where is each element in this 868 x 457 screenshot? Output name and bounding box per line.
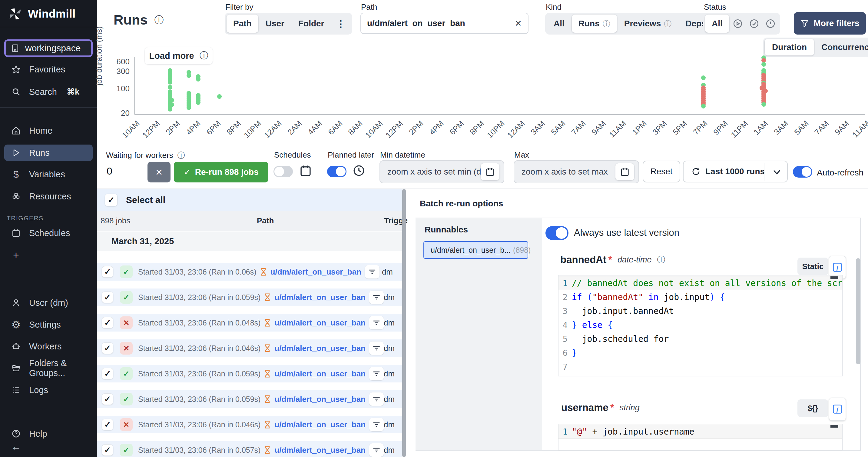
workspace-switcher[interactable]: workingspace [4, 39, 93, 57]
select-all-checkbox[interactable]: ✓ [105, 194, 118, 206]
run-path-link[interactable]: u/dm/alert_on_user_ban [274, 395, 366, 404]
run-row[interactable]: ✓ ✓ Started 31/03, 23:06 (Ran in 0.059s)… [97, 365, 402, 382]
runs-info-icon[interactable]: ⓘ [154, 13, 164, 26]
row-checkbox[interactable]: ✓ [102, 317, 113, 329]
code-line[interactable]: 5 job.scheduled_for [558, 332, 842, 346]
run-row[interactable]: ✓ ✕ Started 31/03, 23:06 (Ran in 0.048s)… [97, 314, 402, 332]
success-job-dot[interactable] [168, 107, 172, 112]
success-job-dot[interactable] [168, 85, 172, 89]
clear-path-icon[interactable]: ✕ [515, 19, 522, 28]
row-checkbox[interactable]: ✓ [102, 342, 113, 354]
success-job-dot[interactable] [169, 98, 174, 103]
run-path-link[interactable]: u/dm/alert_on_user_ban [274, 369, 366, 378]
runnable-item[interactable]: u/dm/alert_on_user_b... (898) [424, 241, 528, 259]
code-line[interactable]: 1// bannedAt does not exist on all versi… [558, 276, 842, 290]
more-filters-button[interactable]: More filters [794, 12, 866, 34]
row-checkbox[interactable]: ✓ [102, 393, 113, 405]
kind-previews[interactable]: Previewsⓘ [618, 15, 678, 33]
failure-job-dot[interactable] [760, 86, 764, 90]
kind-all[interactable]: All [547, 15, 571, 33]
success-job-dot[interactable] [187, 73, 191, 78]
sidebar-item-runs[interactable]: Runs [4, 145, 93, 161]
run-path-link[interactable]: u/dm/alert_on_user_ban [274, 446, 366, 455]
min-datetime-input[interactable]: zoom x axis to set min (dr [379, 160, 504, 183]
row-checkbox[interactable]: ✓ [102, 368, 113, 379]
sidebar-item-folders[interactable]: Folders & Groups... [4, 360, 93, 376]
auto-refresh-toggle[interactable] [793, 166, 812, 178]
panel-scrollbar[interactable] [856, 258, 861, 364]
run-row[interactable]: ✓ ✓ Started 31/03, 23:06 (Ran in 0.059s)… [97, 390, 402, 408]
last-runs-split-button[interactable]: Last 1000 runs [683, 161, 788, 182]
always-latest-toggle[interactable] [546, 226, 568, 240]
sidebar-item-home[interactable]: Home [4, 122, 93, 139]
rerun-jobs-button[interactable]: ✓ Re-run 898 jobs [174, 162, 268, 182]
code-line[interactable]: 3 job.input.bannedAt [558, 304, 842, 318]
run-path-link[interactable]: u/dm/alert_on_user_ban [271, 267, 362, 277]
template-mode-button[interactable]: ${} [798, 399, 828, 417]
sidebar-item-favorites[interactable]: Favorites [4, 61, 93, 78]
min-calendar-button[interactable] [480, 163, 499, 180]
info-icon[interactable]: ⓘ [657, 254, 665, 265]
run-row[interactable]: ✓ ✕ Started 31/03, 23:06 (Ran in 0.046s)… [97, 339, 402, 357]
row-checkbox[interactable]: ✓ [102, 266, 113, 278]
filter-by-path-button[interactable] [369, 342, 384, 355]
success-job-dot[interactable] [187, 106, 191, 110]
run-row[interactable]: ✓ ✕ Started 31/03, 23:06 (Ran in 0.046s)… [97, 416, 402, 433]
filter-by-path[interactable]: Path [226, 15, 258, 33]
filter-by-path-button[interactable] [369, 444, 384, 457]
load-more-button[interactable]: Load more ⓘ [145, 47, 213, 64]
success-job-dot[interactable] [701, 76, 706, 80]
tab-concurrency[interactable]: Concurrency [814, 39, 868, 55]
tab-duration[interactable]: Duration [765, 39, 814, 55]
success-job-dot[interactable] [196, 77, 200, 82]
kebab-menu-icon[interactable]: ⋮ [332, 15, 350, 33]
run-path-link[interactable]: u/dm/alert_on_user_ban [274, 420, 366, 429]
running-status-icon[interactable] [730, 15, 746, 33]
success-job-dot[interactable] [168, 80, 172, 85]
filter-by-path-button[interactable] [365, 265, 379, 279]
row-checkbox[interactable]: ✓ [102, 419, 113, 430]
success-job-dot[interactable] [196, 100, 200, 105]
status-all[interactable]: All [705, 15, 729, 33]
run-path-link[interactable]: u/dm/alert_on_user_ban [274, 344, 366, 353]
sidebar-item-variables[interactable]: $ Variables [4, 166, 93, 182]
list-scrollbar[interactable] [402, 189, 406, 457]
sidebar-item-logs[interactable]: Logs [4, 382, 93, 398]
chevron-down-icon[interactable] [771, 167, 782, 178]
code-line[interactable]: 4} else { [558, 318, 842, 332]
javascript-mode-button[interactable]: f [829, 398, 846, 421]
success-job-dot[interactable] [762, 62, 766, 67]
code-line[interactable]: 2if ("bannedAt" in job.input) { [558, 290, 842, 304]
filter-by-path-button[interactable] [369, 393, 384, 406]
filter-by-folder[interactable]: Folder [292, 15, 331, 33]
success-status-icon[interactable] [746, 15, 762, 33]
row-checkbox[interactable]: ✓ [102, 444, 113, 456]
code-editor-username[interactable]: 1"@" + job.input.username [558, 424, 842, 451]
code-line[interactable]: 7 [558, 360, 842, 374]
success-job-dot[interactable] [701, 104, 706, 109]
success-job-dot[interactable] [169, 103, 174, 107]
run-path-link[interactable]: u/dm/alert_on_user_ban [274, 318, 366, 327]
failure-job-dot[interactable] [763, 89, 768, 93]
success-job-dot[interactable] [217, 94, 222, 99]
filter-by-path-button[interactable] [369, 291, 384, 304]
code-line[interactable]: 1"@" + job.input.username [558, 425, 842, 438]
sidebar-item-settings[interactable]: ⚙ Settings [4, 316, 93, 333]
sidebar-item-search[interactable]: Search ⌘k [4, 84, 93, 100]
code-editor-bannedat[interactable]: 1// bannedAt does not exist on all versi… [558, 275, 842, 376]
sidebar-item-schedules[interactable]: Schedules [4, 225, 93, 241]
sidebar-item-help[interactable]: Help [4, 426, 93, 442]
run-row[interactable]: ✓ ✓ Started 31/03, 23:06 (Ran in 0.06s) … [97, 263, 402, 281]
filter-by-path-button[interactable] [369, 367, 384, 380]
add-trigger-button[interactable]: + [4, 247, 93, 263]
run-row[interactable]: ✓ ✓ Started 31/03, 23:06 (Ran in 0.057s)… [97, 441, 402, 457]
code-line[interactable]: 6} [558, 346, 842, 360]
brand[interactable]: Windmill [8, 7, 76, 21]
filter-by-path-button[interactable] [369, 316, 384, 330]
sidebar-item-workers[interactable]: Workers [4, 338, 93, 354]
filter-by-path-button[interactable] [369, 418, 384, 431]
kind-runs[interactable]: Runsⓘ [572, 15, 617, 33]
row-checkbox[interactable]: ✓ [102, 291, 113, 303]
cancel-selection-button[interactable]: ✕ [148, 162, 170, 182]
max-calendar-button[interactable] [615, 163, 634, 180]
